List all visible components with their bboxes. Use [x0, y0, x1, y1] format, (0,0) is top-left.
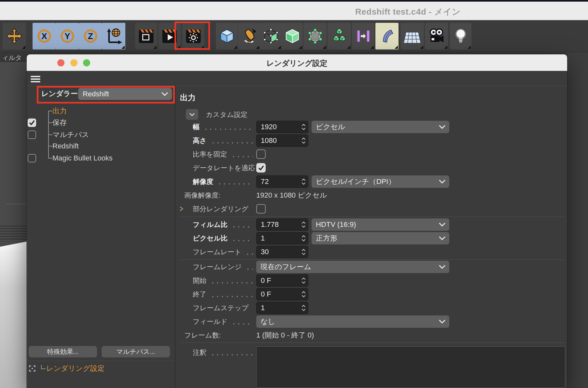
hamburger-menu-icon[interactable] [29, 74, 42, 85]
annotation-textarea[interactable] [256, 346, 565, 388]
height-stepper[interactable] [301, 137, 306, 144]
resolution-label: 解像度 [193, 177, 213, 186]
multipass-enabled-checkbox[interactable] [28, 131, 36, 139]
film-aspect-preset-dropdown[interactable]: HDTV (16:9) [312, 218, 449, 231]
stacked-cubes-icon [331, 28, 348, 45]
window-title: Redshift test.c4d - メイン [354, 6, 462, 18]
save-enabled-checkbox[interactable] [28, 118, 36, 127]
frame-count-row: フレーム数: 1 (開始 0 - 終了 0) [175, 328, 567, 342]
width-row: 幅 ピクセル [175, 120, 567, 134]
render-view-button[interactable] [135, 23, 157, 49]
resolution-stepper[interactable] [301, 178, 306, 185]
magic-bullet-enabled-checkbox[interactable] [28, 154, 36, 162]
tree-item-output[interactable]: 出力 [52, 106, 67, 116]
section-separator [180, 216, 565, 217]
frame-range-dropdown[interactable]: 現在のフレーム [256, 261, 449, 273]
bend-deformer-button[interactable] [375, 23, 399, 49]
field-label: フィールド [193, 317, 228, 326]
move-icon [6, 28, 23, 45]
coordinate-system-button[interactable] [102, 23, 125, 49]
menu-item-filter[interactable]: ィルタ [2, 53, 22, 62]
tree-item-magic-bullet-looks[interactable]: Magic Bullet Looks [52, 153, 113, 163]
mograph-button[interactable] [328, 23, 351, 49]
start-frame-field[interactable] [256, 274, 308, 287]
pixel-aspect-preset-dropdown[interactable]: 正方形 [312, 232, 449, 244]
x-axis-lock-button[interactable]: X [33, 23, 56, 49]
tree-item-multipass[interactable]: マルチパス [52, 130, 89, 140]
render-region-row: 部分レンダリング [175, 202, 567, 216]
chevron-down-icon [439, 320, 445, 324]
film-aspect-stepper[interactable] [301, 221, 306, 228]
expand-target-icon [29, 365, 36, 372]
adapt-data-rate-checkbox[interactable] [256, 163, 266, 173]
disclosure-chevron-icon[interactable] [179, 206, 184, 213]
end-frame-stepper[interactable] [301, 291, 306, 298]
resolution-field[interactable] [256, 175, 308, 188]
frame-step-field[interactable] [256, 302, 308, 314]
x-axis-icon: X [36, 28, 53, 45]
start-frame-input[interactable] [257, 276, 301, 285]
dialog-titlebar[interactable]: レンダリング設定 [27, 54, 567, 71]
settings-list-item[interactable]: レンダリング設定 [46, 364, 105, 373]
render-region-checkbox[interactable] [256, 204, 266, 214]
check-icon [258, 165, 264, 171]
pixel-aspect-input[interactable] [257, 234, 301, 242]
lock-ratio-checkbox[interactable] [256, 149, 266, 159]
z-axis-lock-button[interactable]: Z [79, 23, 102, 49]
svg-text:X: X [41, 31, 47, 41]
tree-item-save[interactable]: 保存 [52, 118, 67, 128]
width-unit-dropdown[interactable]: ピクセル [312, 121, 449, 133]
field-dropdown[interactable]: なし [256, 315, 449, 328]
pen-spline-button[interactable] [238, 23, 260, 49]
end-frame-label: 終了 [193, 290, 206, 299]
tree-item-redshift[interactable]: Redshift [52, 141, 79, 151]
tree-corner [41, 365, 46, 369]
multipass-button[interactable]: マルチパス... [102, 346, 170, 357]
pixel-aspect-stepper[interactable] [301, 235, 306, 242]
resolution-row: 解像度 ピクセル/インチ（DPI） [175, 175, 567, 188]
bend-wedge-icon [379, 28, 396, 45]
render-settings-button[interactable] [182, 23, 204, 49]
render-to-picture-viewer-button[interactable] [159, 23, 181, 49]
cube-icon [218, 28, 235, 45]
light-button[interactable] [450, 23, 471, 49]
fields-button[interactable] [352, 23, 374, 49]
resolution-input[interactable] [257, 177, 301, 186]
add-cube-button[interactable] [216, 23, 238, 49]
height-row: 高さ [175, 134, 567, 147]
chevron-down-icon [161, 92, 168, 96]
frame-range-value: 現在のフレーム [260, 262, 311, 272]
frame-rate-input[interactable] [257, 248, 301, 256]
width-field[interactable] [256, 121, 308, 133]
move-tool-button[interactable] [3, 23, 26, 49]
frame-range-row: フレームレンジ 現在のフレーム [175, 260, 567, 274]
start-frame-stepper[interactable] [301, 277, 306, 284]
frame-rate-stepper[interactable] [301, 249, 306, 255]
resolution-unit-dropdown[interactable]: ピクセル/インチ（DPI） [312, 175, 449, 188]
effects-button[interactable]: 特殊効果... [29, 346, 97, 357]
volume-cube-button[interactable] [282, 23, 303, 49]
chevron-down-icon [439, 265, 445, 269]
film-aspect-field[interactable] [256, 218, 308, 231]
frame-step-stepper[interactable] [301, 305, 306, 311]
floor-button[interactable] [400, 23, 424, 49]
end-frame-field[interactable] [256, 288, 308, 300]
modeling-mesh-button[interactable] [260, 23, 282, 49]
height-input[interactable] [257, 136, 301, 145]
y-axis-lock-button[interactable]: Y [56, 23, 79, 49]
width-input[interactable] [257, 123, 301, 131]
custom-settings-dropdown[interactable] [186, 109, 198, 120]
settings-list-row[interactable]: レンダリング設定 [29, 364, 105, 373]
svg-text:Z: Z [88, 31, 93, 41]
renderer-dropdown[interactable]: Redshift [78, 88, 172, 100]
frame-rate-field[interactable] [256, 246, 308, 258]
width-stepper[interactable] [301, 124, 306, 130]
height-field[interactable] [256, 134, 308, 147]
simulation-button[interactable] [303, 23, 327, 49]
frame-step-input[interactable] [257, 304, 301, 312]
chevron-down-icon [439, 125, 445, 129]
pixel-aspect-field[interactable] [256, 232, 308, 244]
film-aspect-input[interactable] [257, 220, 301, 229]
end-frame-input[interactable] [257, 290, 301, 298]
camera-button[interactable] [425, 23, 448, 49]
